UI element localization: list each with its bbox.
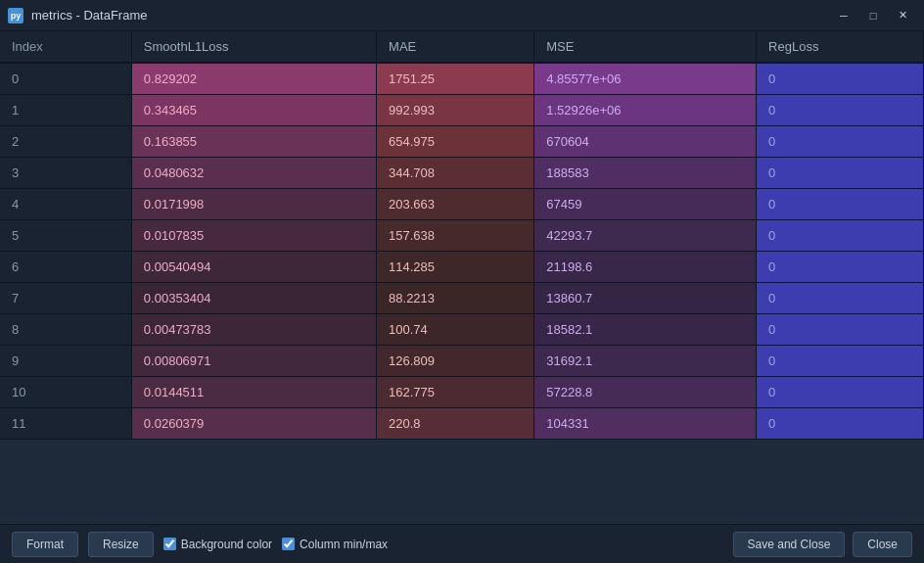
- cell-index: 10: [0, 377, 131, 408]
- cell-mae: 114.285: [377, 252, 534, 283]
- cell-index: 1: [0, 95, 131, 126]
- minimize-button[interactable]: ─: [830, 6, 857, 25]
- data-table: Index SmoothL1Loss MAE MSE RegLoss 00.82…: [0, 31, 924, 440]
- cell-mae: 344.708: [377, 158, 534, 189]
- table-body: 00.8292021751.254.85577e+06010.343465992…: [0, 63, 924, 440]
- cell-index: 8: [0, 314, 131, 346]
- cell-mse: 4.85577e+06: [534, 63, 757, 95]
- table-row: 100.0144511162.77557228.80: [0, 377, 924, 408]
- main-content: Index SmoothL1Loss MAE MSE RegLoss 00.82…: [0, 31, 924, 524]
- format-button[interactable]: Format: [12, 532, 78, 557]
- footer-left: Format Resize Background color Column mi…: [12, 532, 388, 557]
- window-title: metrics - DataFrame: [31, 8, 147, 23]
- cell-regloss: 0: [757, 252, 924, 283]
- col-header-smooth: SmoothL1Loss: [131, 31, 376, 63]
- cell-mse: 42293.7: [534, 220, 757, 252]
- col-header-mse: MSE: [534, 31, 757, 63]
- cell-mae: 203.663: [377, 189, 534, 220]
- cell-regloss: 0: [757, 314, 924, 346]
- cell-mse: 21198.6: [534, 252, 757, 283]
- cell-index: 5: [0, 220, 131, 252]
- col-minmax-checkbox-label[interactable]: Column min/max: [282, 538, 388, 551]
- cell-mse: 57228.8: [534, 377, 757, 408]
- cell-mse: 1.52926e+06: [534, 95, 757, 126]
- cell-mae: 654.975: [377, 126, 534, 158]
- cell-mae: 162.775: [377, 377, 534, 408]
- cell-smooth-l1-loss: 0.343465: [131, 95, 376, 126]
- cell-regloss: 0: [757, 158, 924, 189]
- cell-mse: 670604: [534, 126, 757, 158]
- cell-smooth-l1-loss: 0.00540494: [131, 252, 376, 283]
- cell-index: 2: [0, 126, 131, 158]
- cell-index: 11: [0, 408, 131, 440]
- col-minmax-checkbox[interactable]: [282, 538, 295, 550]
- col-header-mae: MAE: [377, 31, 534, 63]
- footer-right: Save and Close Close: [733, 532, 912, 557]
- maximize-button[interactable]: □: [859, 6, 887, 25]
- cell-index: 0: [0, 63, 131, 95]
- cell-smooth-l1-loss: 0.00353404: [131, 283, 376, 314]
- cell-mae: 220.8: [377, 408, 534, 440]
- cell-mse: 188583: [534, 158, 757, 189]
- table-row: 00.8292021751.254.85577e+060: [0, 63, 924, 95]
- title-bar-left: py metrics - DataFrame: [8, 8, 147, 23]
- header-row: Index SmoothL1Loss MAE MSE RegLoss: [0, 31, 924, 63]
- footer-toolbar: Format Resize Background color Column mi…: [0, 524, 924, 563]
- cell-index: 6: [0, 252, 131, 283]
- cell-smooth-l1-loss: 0.163855: [131, 126, 376, 158]
- cell-mse: 104331: [534, 408, 757, 440]
- table-row: 60.00540494114.28521198.60: [0, 252, 924, 283]
- bg-color-checkbox[interactable]: [163, 538, 176, 550]
- table-row: 80.00473783100.7418582.10: [0, 314, 924, 346]
- cell-index: 3: [0, 158, 131, 189]
- save-close-button[interactable]: Save and Close: [733, 532, 846, 557]
- cell-mae: 1751.25: [377, 63, 534, 95]
- bg-color-label: Background color: [181, 538, 272, 551]
- table-row: 50.0107835157.63842293.70: [0, 220, 924, 252]
- col-header-index: Index: [0, 31, 131, 63]
- col-header-regloss: RegLoss: [757, 31, 924, 63]
- cell-regloss: 0: [757, 283, 924, 314]
- cell-regloss: 0: [757, 63, 924, 95]
- cell-regloss: 0: [757, 220, 924, 252]
- cell-smooth-l1-loss: 0.0144511: [131, 377, 376, 408]
- cell-index: 4: [0, 189, 131, 220]
- close-button[interactable]: Close: [853, 532, 912, 557]
- cell-smooth-l1-loss: 0.0171998: [131, 189, 376, 220]
- cell-mse: 18582.1: [534, 314, 757, 346]
- cell-index: 9: [0, 346, 131, 377]
- cell-smooth-l1-loss: 0.0107835: [131, 220, 376, 252]
- cell-smooth-l1-loss: 0.829202: [131, 63, 376, 95]
- cell-mae: 126.809: [377, 346, 534, 377]
- table-header: Index SmoothL1Loss MAE MSE RegLoss: [0, 31, 924, 63]
- app-icon-label: py: [11, 11, 22, 21]
- table-row: 30.0480632344.7081885830: [0, 158, 924, 189]
- table-row: 40.0171998203.663674590: [0, 189, 924, 220]
- cell-smooth-l1-loss: 0.0260379: [131, 408, 376, 440]
- table-row: 10.343465992.9931.52926e+060: [0, 95, 924, 126]
- cell-regloss: 0: [757, 408, 924, 440]
- cell-mse: 67459: [534, 189, 757, 220]
- cell-mse: 13860.7: [534, 283, 757, 314]
- app-icon: py: [8, 8, 23, 23]
- cell-regloss: 0: [757, 346, 924, 377]
- col-minmax-label: Column min/max: [300, 538, 388, 551]
- cell-mae: 992.993: [377, 95, 534, 126]
- cell-regloss: 0: [757, 95, 924, 126]
- cell-mae: 157.638: [377, 220, 534, 252]
- title-bar: py metrics - DataFrame ─ □ ✕: [0, 0, 924, 31]
- cell-smooth-l1-loss: 0.00473783: [131, 314, 376, 346]
- cell-index: 7: [0, 283, 131, 314]
- window-close-button[interactable]: ✕: [889, 6, 916, 25]
- cell-mse: 31692.1: [534, 346, 757, 377]
- table-container[interactable]: Index SmoothL1Loss MAE MSE RegLoss 00.82…: [0, 31, 924, 524]
- cell-smooth-l1-loss: 0.0480632: [131, 158, 376, 189]
- resize-button[interactable]: Resize: [88, 532, 154, 557]
- table-row: 20.163855654.9756706040: [0, 126, 924, 158]
- window-controls: ─ □ ✕: [830, 6, 916, 25]
- cell-regloss: 0: [757, 189, 924, 220]
- cell-regloss: 0: [757, 377, 924, 408]
- table-row: 90.00806971126.80931692.10: [0, 346, 924, 377]
- bg-color-checkbox-label[interactable]: Background color: [163, 538, 272, 551]
- cell-mae: 100.74: [377, 314, 534, 346]
